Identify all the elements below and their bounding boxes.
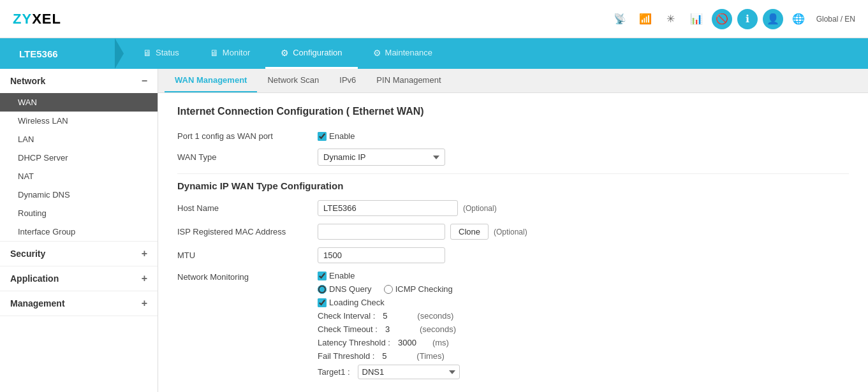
- tab-status[interactable]: 🖥 Status: [128, 38, 195, 69]
- sidebar-item-wan[interactable]: WAN: [0, 93, 158, 112]
- latency-threshold-row: Latency Threshold : 3000 (ms): [318, 338, 460, 347]
- network-monitoring-row: Network Monitoring Enable DNS Query: [177, 271, 849, 383]
- host-name-control: LTE5366 (Optional): [318, 200, 497, 216]
- block-icon[interactable]: 🚫: [712, 9, 732, 29]
- top-header: ZYXEL 📡 📶 ✳ 📊 🚫 ℹ 👤 🌐 Global / EN: [0, 0, 868, 38]
- check-interval-row: Check Interval : 5 (seconds): [318, 311, 460, 321]
- sidebar-item-interface-group[interactable]: Interface Group: [0, 222, 158, 241]
- port1-control: Enable: [318, 131, 355, 141]
- dns-query-label[interactable]: DNS Query: [318, 284, 371, 294]
- wan-type-select[interactable]: Dynamic IP Static IP PPPoE: [318, 149, 445, 166]
- isp-mac-label: ISP Registered MAC Address: [177, 227, 318, 236]
- sidebar-section-network-header[interactable]: Network −: [0, 69, 158, 93]
- monitor-tab-icon: 🖥: [210, 48, 219, 58]
- monitoring-enable-checkbox[interactable]: [318, 272, 327, 280]
- network-expand-icon: −: [142, 75, 147, 87]
- sidebar-section-security: Security +: [0, 242, 158, 266]
- subtab-ipv6[interactable]: IPv6: [329, 69, 366, 92]
- wifi-icon: 📶: [635, 9, 656, 29]
- clone-button[interactable]: Clone: [450, 224, 489, 240]
- sidebar-section-network: Network − WAN Wireless LAN LAN DHCP Serv…: [0, 69, 158, 242]
- host-name-optional: (Optional): [463, 204, 497, 213]
- subtab-network-scan[interactable]: Network Scan: [257, 69, 329, 92]
- user-icon[interactable]: 👤: [763, 9, 783, 29]
- sidebar-item-nat[interactable]: NAT: [0, 167, 158, 185]
- form-content: Internet Connection Configuration ( Ethe…: [158, 93, 868, 392]
- dns-query-radio[interactable]: [318, 285, 327, 294]
- fail-threshold-unit: (Times): [416, 351, 445, 361]
- target1-select[interactable]: DNS1 DNS2 Custom: [358, 365, 460, 379]
- loading-check-row: Loading Check: [318, 298, 460, 307]
- mtu-row: MTU 1500: [177, 247, 849, 263]
- wan-type-label: WAN Type: [177, 152, 318, 162]
- isp-mac-control: Clone (Optional): [318, 224, 527, 240]
- nav-bar: LTE5366 🖥 Status 🖥 Monitor ⚙ Configurati…: [0, 38, 868, 69]
- nav-brand: LTE5366: [0, 38, 115, 69]
- globe-icon: 🌐: [788, 9, 809, 29]
- sidebar-section-management: Management +: [0, 291, 158, 316]
- monitoring-enable-row: Enable: [318, 271, 460, 280]
- header-icons: 📡 📶 ✳ 📊 🚫 ℹ 👤 🌐 Global / EN: [610, 9, 855, 29]
- global-text: Global / EN: [816, 15, 855, 24]
- mtu-input[interactable]: 1500: [318, 247, 445, 263]
- isp-mac-input[interactable]: [318, 224, 445, 240]
- monitoring-enable-label[interactable]: Enable: [318, 271, 355, 280]
- tab-maintenance[interactable]: ⚙ Maintenance: [358, 38, 448, 69]
- maintenance-tab-icon: ⚙: [373, 48, 381, 58]
- loading-check-label[interactable]: Loading Check: [318, 298, 385, 307]
- sub-tabs: WAN Management Network Scan IPv6 PIN Man…: [158, 69, 868, 93]
- sidebar-item-wireless-lan[interactable]: Wireless LAN: [0, 112, 158, 130]
- check-timeout-row: Check Timeout : 3 (seconds): [318, 324, 460, 334]
- target1-row: Target1 : DNS1 DNS2 Custom: [318, 365, 460, 379]
- host-name-input[interactable]: LTE5366: [318, 200, 458, 216]
- port1-label: Port 1 config as WAN port: [177, 131, 318, 141]
- application-expand-icon: +: [142, 273, 147, 284]
- wan-type-control: Dynamic IP Static IP PPPoE: [318, 149, 445, 166]
- info-icon[interactable]: ℹ: [737, 9, 758, 29]
- sidebar-item-lan[interactable]: LAN: [0, 130, 158, 149]
- form-title: Internet Connection Configuration ( Ethe…: [177, 106, 849, 121]
- sidebar-item-dynamic-dns[interactable]: Dynamic DNS: [0, 185, 158, 204]
- status-tab-icon: 🖥: [143, 48, 152, 58]
- sidebar-item-dhcp-server[interactable]: DHCP Server: [0, 149, 158, 167]
- mtu-label: MTU: [177, 250, 318, 260]
- tab-monitor[interactable]: 🖥 Monitor: [195, 38, 265, 69]
- latency-threshold-unit: (ms): [432, 338, 449, 347]
- section2-title: Dynamic IP WAN Type Configuration: [177, 180, 849, 191]
- network-monitoring-label: Network Monitoring: [177, 271, 318, 282]
- sidebar-item-routing[interactable]: Routing: [0, 204, 158, 222]
- enable-checkbox[interactable]: [318, 132, 327, 141]
- isp-mac-row: ISP Registered MAC Address Clone (Option…: [177, 224, 849, 240]
- tab-configuration[interactable]: ⚙ Configuration: [265, 38, 357, 69]
- latency-threshold-val: 3000: [398, 338, 423, 347]
- check-timeout-val: 3: [385, 324, 411, 334]
- subtab-pin-management[interactable]: PIN Management: [366, 69, 451, 92]
- content-area: WAN Management Network Scan IPv6 PIN Man…: [158, 69, 868, 392]
- divider1: [177, 173, 849, 174]
- sidebar: Network − WAN Wireless LAN LAN DHCP Serv…: [0, 69, 158, 392]
- sidebar-section-security-header[interactable]: Security +: [0, 242, 158, 266]
- icmp-checking-label[interactable]: ICMP Checking: [384, 284, 453, 294]
- settings-icon: ✳: [661, 9, 681, 29]
- check-interval-unit: (seconds): [417, 311, 453, 321]
- enable-checkbox-label[interactable]: Enable: [318, 131, 355, 141]
- subtab-wan-management[interactable]: WAN Management: [165, 69, 257, 92]
- fail-threshold-val: 5: [382, 351, 408, 361]
- logo: ZYXEL: [13, 11, 61, 27]
- icmp-checking-radio[interactable]: [384, 285, 393, 294]
- dns-icmp-row: DNS Query ICMP Checking: [318, 284, 460, 294]
- isp-mac-optional: (Optional): [494, 228, 527, 236]
- monitoring-block: Enable DNS Query ICMP Checking: [318, 271, 460, 383]
- nav-tabs: 🖥 Status 🖥 Monitor ⚙ Configuration ⚙ Mai…: [128, 38, 448, 69]
- mtu-control: 1500: [318, 247, 445, 263]
- sidebar-section-management-header[interactable]: Management +: [0, 291, 158, 316]
- loading-check-checkbox[interactable]: [318, 298, 327, 307]
- host-name-row: Host Name LTE5366 (Optional): [177, 200, 849, 216]
- check-timeout-unit: (seconds): [420, 324, 456, 334]
- main-layout: Network − WAN Wireless LAN LAN DHCP Serv…: [0, 69, 868, 392]
- management-expand-icon: +: [142, 298, 147, 309]
- signal-icon: 📡: [610, 9, 630, 29]
- sidebar-section-application-header[interactable]: Application +: [0, 266, 158, 291]
- signal-bars-icon: 📊: [686, 9, 707, 29]
- sidebar-section-application: Application +: [0, 266, 158, 291]
